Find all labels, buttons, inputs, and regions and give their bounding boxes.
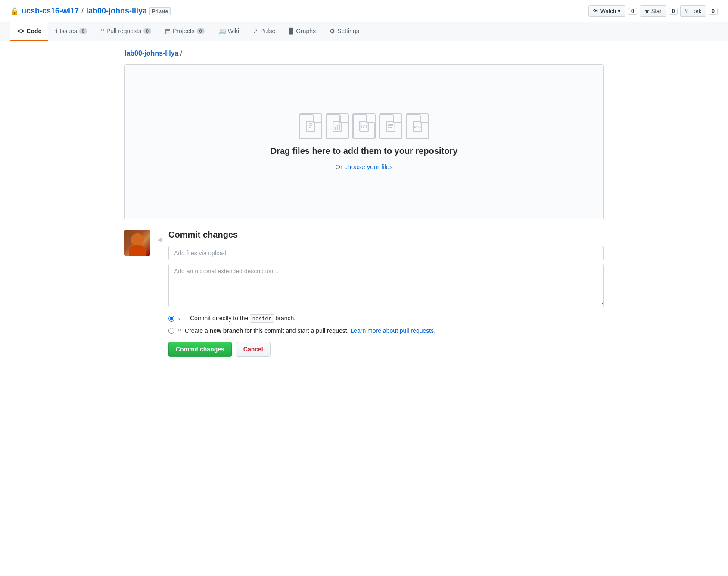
tab-pulse[interactable]: ↗ Pulse xyxy=(246,22,282,41)
svg-text:PDF: PDF xyxy=(414,125,422,129)
commit-arrow-icon: ◂ xyxy=(157,230,162,244)
radio-direct-label: Commit directly to the master branch. xyxy=(190,314,296,323)
fork-icon: ⑂ xyxy=(685,8,688,14)
code-icon: <> xyxy=(17,28,24,34)
commit-section-title: Commit changes xyxy=(168,230,604,240)
tab-projects-label: Projects xyxy=(173,28,195,34)
repo-name-link[interactable]: lab00-johns-lilya xyxy=(86,6,147,16)
radio-new-branch-label: Create a new branch for this commit and … xyxy=(185,327,436,334)
tab-graphs-label: Graphs xyxy=(296,28,316,34)
radio-new-branch-input[interactable] xyxy=(168,328,174,334)
avatar-image xyxy=(124,230,150,256)
issues-badge: 0 xyxy=(79,28,87,34)
commit-section: ◂ Commit changes ⟵ Commit directly to th… xyxy=(124,230,604,357)
repo-org-link[interactable]: ucsb-cs16-wi17 xyxy=(22,6,79,16)
svg-rect-5 xyxy=(335,127,336,130)
drop-subtitle-prefix: Or xyxy=(335,163,342,170)
pull-requests-icon: ⑂ xyxy=(101,28,104,34)
tab-pulse-label: Pulse xyxy=(260,28,275,34)
nav-tabs: <> Code ℹ Issues 0 ⑂ Pull requests 0 ▤ P… xyxy=(0,22,728,41)
svg-line-9 xyxy=(363,125,365,128)
learn-more-link[interactable]: Learn more about pull requests. xyxy=(350,327,436,334)
svg-rect-7 xyxy=(339,124,340,130)
watch-count: 0 xyxy=(628,8,637,15)
star-label: Star xyxy=(651,8,662,14)
pdf-file-icon: PDF xyxy=(406,113,429,139)
radio-options: ⟵ Commit directly to the master branch. … xyxy=(168,314,604,334)
main-content: lab00-johns-lilya / xyxy=(114,41,614,365)
tab-wiki[interactable]: 📖 Wiki xyxy=(212,22,246,41)
wiki-icon: 📖 xyxy=(218,28,226,34)
tab-wiki-label: Wiki xyxy=(228,28,239,34)
projects-badge: 0 xyxy=(197,28,205,34)
top-actions: 👁 Watch ▾ 0 ★ Star 0 ⑂ Fork 0 xyxy=(588,5,718,17)
action-buttons: Commit changes Cancel xyxy=(168,342,604,357)
top-bar: 🔒 ucsb-cs16-wi17 / lab00-johns-lilya Pri… xyxy=(0,0,728,22)
branch-icon: ⟵ xyxy=(178,315,187,322)
tab-settings[interactable]: ⚙ Settings xyxy=(323,22,366,41)
drop-zone[interactable]: PDF Drag files here to add them to your … xyxy=(124,64,604,219)
radio-new-branch-option[interactable]: ⑂ Create a new branch for this commit an… xyxy=(168,327,604,334)
pulse-icon: ↗ xyxy=(253,28,258,34)
breadcrumb-separator: / xyxy=(180,50,182,57)
commit-changes-button[interactable]: Commit changes xyxy=(168,342,232,357)
watch-button[interactable]: 👁 Watch ▾ xyxy=(588,5,625,17)
commit-description-textarea[interactable] xyxy=(168,264,604,307)
avatar-body xyxy=(129,245,146,256)
star-button[interactable]: ★ Star xyxy=(640,5,666,17)
dropdown-icon: ▾ xyxy=(618,8,621,14)
breadcrumb: lab00-johns-lilya / xyxy=(124,50,604,57)
tab-issues[interactable]: ℹ Issues 0 xyxy=(48,22,94,41)
tab-settings-label: Settings xyxy=(337,28,359,34)
pull-requests-badge: 0 xyxy=(143,28,151,34)
repo-title: 🔒 ucsb-cs16-wi17 / lab00-johns-lilya Pri… xyxy=(10,6,171,16)
breadcrumb-repo-link[interactable]: lab00-johns-lilya xyxy=(124,50,178,57)
radio-direct-option[interactable]: ⟵ Commit directly to the master branch. xyxy=(168,314,604,323)
private-badge: Private xyxy=(149,7,171,15)
drop-subtitle: Or choose your files xyxy=(335,163,392,170)
tab-issues-label: Issues xyxy=(59,28,77,34)
svg-rect-0 xyxy=(306,121,315,131)
graphs-icon: ▉ xyxy=(289,28,294,34)
choose-files-link[interactable]: choose your files xyxy=(344,163,393,170)
text-file-icon xyxy=(379,113,402,139)
tab-graphs[interactable]: ▉ Graphs xyxy=(282,22,323,41)
avatar-face xyxy=(131,233,144,246)
projects-icon: ▤ xyxy=(165,28,171,34)
tab-projects[interactable]: ▤ Projects 0 xyxy=(158,22,212,41)
settings-icon: ⚙ xyxy=(330,28,335,34)
lock-icon: 🔒 xyxy=(10,7,19,15)
repo-separator: / xyxy=(81,6,84,16)
chart-file-icon xyxy=(326,113,349,139)
drop-title: Drag files here to add them to your repo… xyxy=(271,146,458,156)
star-icon: ★ xyxy=(644,8,650,14)
tab-code-label: Code xyxy=(26,28,41,34)
eye-icon: 👁 xyxy=(593,8,599,14)
watch-label: Watch xyxy=(600,8,616,14)
zip-file-icon xyxy=(299,113,322,139)
cancel-button[interactable]: Cancel xyxy=(236,342,271,357)
commit-form: Commit changes ⟵ Commit directly to the … xyxy=(168,230,604,357)
star-count: 0 xyxy=(669,8,678,15)
pr-icon: ⑂ xyxy=(178,327,181,334)
fork-label: Fork xyxy=(690,8,701,14)
fork-button[interactable]: ⑂ Fork xyxy=(680,5,706,17)
tab-code[interactable]: <> Code xyxy=(10,22,48,41)
drop-icons: PDF xyxy=(299,113,429,139)
issues-icon: ℹ xyxy=(55,28,57,34)
master-branch-badge: master xyxy=(250,314,274,323)
commit-message-input[interactable] xyxy=(168,246,604,260)
fork-count: 0 xyxy=(709,8,718,15)
tab-pull-requests-label: Pull requests xyxy=(106,28,141,34)
avatar xyxy=(124,230,150,256)
radio-direct-input[interactable] xyxy=(168,316,174,322)
tab-pull-requests[interactable]: ⑂ Pull requests 0 xyxy=(94,22,158,41)
code-file-icon xyxy=(352,113,376,139)
svg-rect-6 xyxy=(337,125,338,130)
